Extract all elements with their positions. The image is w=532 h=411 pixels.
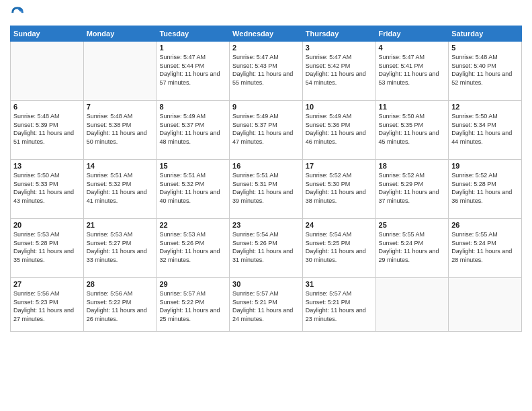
weekday-header-monday: Monday xyxy=(83,26,157,42)
day-info: Sunrise: 5:49 AM Sunset: 5:37 PM Dayligh… xyxy=(159,112,226,146)
day-info: Sunrise: 5:54 AM Sunset: 5:25 PM Dayligh… xyxy=(306,230,373,264)
day-number: 6 xyxy=(13,103,81,111)
day-number: 21 xyxy=(87,221,154,229)
calendar-cell: 15Sunrise: 5:51 AM Sunset: 5:32 PM Dayli… xyxy=(157,160,230,219)
day-info: Sunrise: 5:54 AM Sunset: 5:26 PM Dayligh… xyxy=(232,230,300,264)
weekday-header-tuesday: Tuesday xyxy=(157,26,230,42)
day-number: 7 xyxy=(87,103,154,111)
day-info: Sunrise: 5:52 AM Sunset: 5:29 PM Dayligh… xyxy=(379,171,446,205)
calendar-cell: 6Sunrise: 5:48 AM Sunset: 5:39 PM Daylig… xyxy=(11,101,84,160)
day-info: Sunrise: 5:47 AM Sunset: 5:41 PM Dayligh… xyxy=(379,53,446,87)
logo-icon xyxy=(10,5,25,20)
day-info: Sunrise: 5:47 AM Sunset: 5:42 PM Dayligh… xyxy=(306,53,373,87)
day-number: 9 xyxy=(232,103,300,111)
day-number: 12 xyxy=(451,103,519,111)
header xyxy=(10,7,522,20)
day-info: Sunrise: 5:57 AM Sunset: 5:21 PM Dayligh… xyxy=(306,289,373,323)
calendar-cell: 7Sunrise: 5:48 AM Sunset: 5:38 PM Daylig… xyxy=(83,101,157,160)
calendar-cell: 9Sunrise: 5:49 AM Sunset: 5:37 PM Daylig… xyxy=(230,101,303,160)
day-info: Sunrise: 5:55 AM Sunset: 5:24 PM Dayligh… xyxy=(379,230,446,264)
calendar-cell: 19Sunrise: 5:52 AM Sunset: 5:28 PM Dayli… xyxy=(449,160,522,219)
weekday-header-friday: Friday xyxy=(375,26,449,42)
weekday-header-wednesday: Wednesday xyxy=(230,26,303,42)
day-info: Sunrise: 5:50 AM Sunset: 5:33 PM Dayligh… xyxy=(13,171,81,205)
day-number: 10 xyxy=(306,103,373,111)
calendar-cell xyxy=(375,278,449,332)
day-info: Sunrise: 5:49 AM Sunset: 5:36 PM Dayligh… xyxy=(306,112,373,146)
day-info: Sunrise: 5:51 AM Sunset: 5:31 PM Dayligh… xyxy=(232,171,300,205)
calendar-cell: 24Sunrise: 5:54 AM Sunset: 5:25 PM Dayli… xyxy=(302,219,375,278)
calendar-cell: 12Sunrise: 5:50 AM Sunset: 5:34 PM Dayli… xyxy=(449,101,522,160)
calendar-cell: 14Sunrise: 5:51 AM Sunset: 5:32 PM Dayli… xyxy=(83,160,157,219)
calendar-cell: 4Sunrise: 5:47 AM Sunset: 5:41 PM Daylig… xyxy=(375,42,449,101)
day-info: Sunrise: 5:52 AM Sunset: 5:30 PM Dayligh… xyxy=(306,171,373,205)
calendar-cell: 23Sunrise: 5:54 AM Sunset: 5:26 PM Dayli… xyxy=(230,219,303,278)
day-info: Sunrise: 5:50 AM Sunset: 5:35 PM Dayligh… xyxy=(379,112,446,146)
day-number: 28 xyxy=(87,280,154,288)
day-number: 2 xyxy=(232,44,300,52)
weekday-header-row: SundayMondayTuesdayWednesdayThursdayFrid… xyxy=(11,26,522,42)
weekday-header-sunday: Sunday xyxy=(11,26,84,42)
day-info: Sunrise: 5:55 AM Sunset: 5:24 PM Dayligh… xyxy=(451,230,519,264)
week-row-0: 1Sunrise: 5:47 AM Sunset: 5:44 PM Daylig… xyxy=(11,42,522,101)
day-number: 15 xyxy=(159,162,226,170)
day-info: Sunrise: 5:47 AM Sunset: 5:44 PM Dayligh… xyxy=(159,53,226,87)
day-number: 22 xyxy=(159,221,226,229)
calendar-cell: 1Sunrise: 5:47 AM Sunset: 5:44 PM Daylig… xyxy=(157,42,230,101)
calendar-cell: 16Sunrise: 5:51 AM Sunset: 5:31 PM Dayli… xyxy=(230,160,303,219)
day-info: Sunrise: 5:48 AM Sunset: 5:38 PM Dayligh… xyxy=(87,112,154,146)
calendar-cell: 2Sunrise: 5:47 AM Sunset: 5:43 PM Daylig… xyxy=(230,42,303,101)
day-number: 23 xyxy=(232,221,300,229)
day-number: 5 xyxy=(451,44,519,52)
day-info: Sunrise: 5:53 AM Sunset: 5:28 PM Dayligh… xyxy=(13,230,81,264)
calendar-cell: 22Sunrise: 5:53 AM Sunset: 5:26 PM Dayli… xyxy=(157,219,230,278)
day-info: Sunrise: 5:56 AM Sunset: 5:22 PM Dayligh… xyxy=(87,289,154,323)
day-info: Sunrise: 5:57 AM Sunset: 5:21 PM Dayligh… xyxy=(232,289,300,323)
day-number: 18 xyxy=(379,162,446,170)
calendar-cell: 8Sunrise: 5:49 AM Sunset: 5:37 PM Daylig… xyxy=(157,101,230,160)
day-number: 20 xyxy=(13,221,81,229)
calendar-cell: 10Sunrise: 5:49 AM Sunset: 5:36 PM Dayli… xyxy=(302,101,375,160)
week-row-4: 27Sunrise: 5:56 AM Sunset: 5:23 PM Dayli… xyxy=(11,278,522,332)
calendar-cell: 20Sunrise: 5:53 AM Sunset: 5:28 PM Dayli… xyxy=(11,219,84,278)
day-number: 24 xyxy=(306,221,373,229)
day-info: Sunrise: 5:57 AM Sunset: 5:22 PM Dayligh… xyxy=(159,289,226,323)
page: SundayMondayTuesdayWednesdayThursdayFrid… xyxy=(0,0,532,411)
day-number: 27 xyxy=(13,280,81,288)
calendar-cell: 18Sunrise: 5:52 AM Sunset: 5:29 PM Dayli… xyxy=(375,160,449,219)
day-number: 19 xyxy=(451,162,519,170)
calendar-cell: 25Sunrise: 5:55 AM Sunset: 5:24 PM Dayli… xyxy=(375,219,449,278)
calendar-cell xyxy=(449,278,522,332)
day-number: 30 xyxy=(232,280,300,288)
day-number: 16 xyxy=(232,162,300,170)
day-number: 13 xyxy=(13,162,81,170)
day-info: Sunrise: 5:51 AM Sunset: 5:32 PM Dayligh… xyxy=(159,171,226,205)
calendar-cell: 28Sunrise: 5:56 AM Sunset: 5:22 PM Dayli… xyxy=(83,278,157,332)
logo xyxy=(10,7,28,20)
day-number: 25 xyxy=(379,221,446,229)
day-number: 31 xyxy=(306,280,373,288)
week-row-2: 13Sunrise: 5:50 AM Sunset: 5:33 PM Dayli… xyxy=(11,160,522,219)
day-number: 17 xyxy=(306,162,373,170)
day-number: 8 xyxy=(159,103,226,111)
day-info: Sunrise: 5:50 AM Sunset: 5:34 PM Dayligh… xyxy=(451,112,519,146)
calendar-cell: 13Sunrise: 5:50 AM Sunset: 5:33 PM Dayli… xyxy=(11,160,84,219)
calendar-cell: 26Sunrise: 5:55 AM Sunset: 5:24 PM Dayli… xyxy=(449,219,522,278)
calendar-cell: 27Sunrise: 5:56 AM Sunset: 5:23 PM Dayli… xyxy=(11,278,84,332)
day-number: 29 xyxy=(159,280,226,288)
calendar-cell: 17Sunrise: 5:52 AM Sunset: 5:30 PM Dayli… xyxy=(302,160,375,219)
day-number: 14 xyxy=(87,162,154,170)
day-info: Sunrise: 5:53 AM Sunset: 5:27 PM Dayligh… xyxy=(87,230,154,264)
week-row-1: 6Sunrise: 5:48 AM Sunset: 5:39 PM Daylig… xyxy=(11,101,522,160)
calendar-cell: 31Sunrise: 5:57 AM Sunset: 5:21 PM Dayli… xyxy=(302,278,375,332)
calendar-cell: 3Sunrise: 5:47 AM Sunset: 5:42 PM Daylig… xyxy=(302,42,375,101)
calendar-cell: 21Sunrise: 5:53 AM Sunset: 5:27 PM Dayli… xyxy=(83,219,157,278)
calendar: SundayMondayTuesdayWednesdayThursdayFrid… xyxy=(10,26,522,332)
day-info: Sunrise: 5:51 AM Sunset: 5:32 PM Dayligh… xyxy=(87,171,154,205)
calendar-cell: 30Sunrise: 5:57 AM Sunset: 5:21 PM Dayli… xyxy=(230,278,303,332)
calendar-cell xyxy=(11,42,84,101)
day-number: 4 xyxy=(379,44,446,52)
day-number: 1 xyxy=(159,44,226,52)
day-number: 26 xyxy=(451,221,519,229)
day-info: Sunrise: 5:52 AM Sunset: 5:28 PM Dayligh… xyxy=(451,171,519,205)
